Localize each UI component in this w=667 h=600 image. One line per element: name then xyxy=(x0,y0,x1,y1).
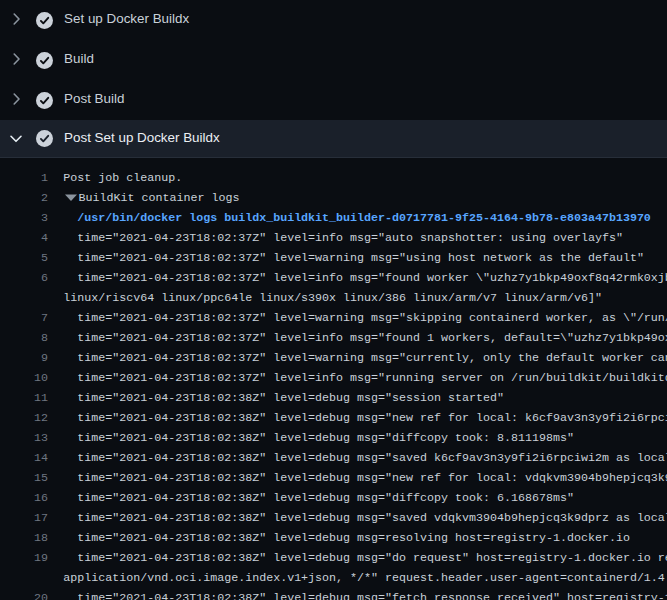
line-number[interactable]: 7 xyxy=(0,308,48,328)
line-number[interactable]: 16 xyxy=(0,488,48,508)
log-line: 12 time="2021-04-23T18:02:38Z" level=deb… xyxy=(0,408,667,428)
log-line: 6 time="2021-04-23T18:02:37Z" level=info… xyxy=(0,268,667,288)
line-number[interactable]: 1 xyxy=(0,168,48,188)
log-line: 8 time="2021-04-23T18:02:37Z" level=info… xyxy=(0,328,667,348)
group-toggle-icon[interactable] xyxy=(64,192,78,202)
log-text: application/vnd.oci.image.index.v1+json,… xyxy=(63,568,667,588)
log-text: time="2021-04-23T18:02:38Z" level=debug … xyxy=(63,508,667,528)
line-number[interactable]: 12 xyxy=(0,408,48,428)
line-number[interactable]: 11 xyxy=(0,388,48,408)
line-number[interactable] xyxy=(0,288,48,308)
log-line: linux/riscv64 linux/ppc64le linux/s390x … xyxy=(0,288,667,308)
check-circle-icon xyxy=(36,12,53,29)
line-number[interactable]: 2 xyxy=(0,188,48,208)
log-text: time="2021-04-23T18:02:37Z" level=warnin… xyxy=(63,308,667,328)
log-text: time="2021-04-23T18:02:37Z" level=info m… xyxy=(63,268,667,288)
log-text: time="2021-04-23T18:02:37Z" level=warnin… xyxy=(63,348,667,368)
log-line: 5 time="2021-04-23T18:02:37Z" level=warn… xyxy=(0,248,667,268)
log-text: time="2021-04-23T18:02:37Z" level=info m… xyxy=(63,368,667,388)
step-row[interactable]: Post Build xyxy=(0,80,667,120)
log-text: BuildKit container logs xyxy=(63,188,239,208)
steps-list: Set up Docker BuildxBuildPost BuildPost … xyxy=(0,0,667,158)
line-number[interactable]: 13 xyxy=(0,428,48,448)
step-label: Post Build xyxy=(64,91,124,106)
check-circle-icon xyxy=(36,92,53,109)
line-number[interactable]: 15 xyxy=(0,468,48,488)
log-text: time="2021-04-23T18:02:37Z" level=info m… xyxy=(63,328,667,348)
log-line: 9 time="2021-04-23T18:02:37Z" level=warn… xyxy=(0,348,667,368)
log-line: 1Post job cleanup. xyxy=(0,168,667,188)
log-text: /usr/bin/docker logs buildx_buildkit_bui… xyxy=(63,208,651,228)
log-line: application/vnd.oci.image.index.v1+json,… xyxy=(0,568,667,588)
log-line: 16 time="2021-04-23T18:02:38Z" level=deb… xyxy=(0,488,667,508)
line-number[interactable]: 9 xyxy=(0,348,48,368)
chevron-down-icon[interactable] xyxy=(8,131,24,147)
log-text: time="2021-04-23T18:02:38Z" level=debug … xyxy=(63,448,667,468)
log-line: 11 time="2021-04-23T18:02:38Z" level=deb… xyxy=(0,388,667,408)
log-text: time="2021-04-23T18:02:37Z" level=info m… xyxy=(63,228,623,248)
log-text: time="2021-04-23T18:02:38Z" level=debug … xyxy=(63,428,574,448)
line-number[interactable]: 3 xyxy=(0,208,48,228)
log-text: Post job cleanup. xyxy=(63,168,182,188)
line-number[interactable]: 6 xyxy=(0,268,48,288)
step-row[interactable]: Set up Docker Buildx xyxy=(0,0,667,40)
log-text: time="2021-04-23T18:02:38Z" level=debug … xyxy=(63,488,574,508)
log-text: time="2021-04-23T18:02:37Z" level=warnin… xyxy=(63,248,644,268)
log-line: 3 /usr/bin/docker logs buildx_buildkit_b… xyxy=(0,208,667,228)
log-line: 14 time="2021-04-23T18:02:38Z" level=deb… xyxy=(0,448,667,468)
log-text: linux/riscv64 linux/ppc64le linux/s390x … xyxy=(63,288,602,308)
log-text: time="2021-04-23T18:02:38Z" level=debug … xyxy=(63,588,667,600)
line-number[interactable]: 17 xyxy=(0,508,48,528)
log-line: 17 time="2021-04-23T18:02:38Z" level=deb… xyxy=(0,508,667,528)
log-line: 18 time="2021-04-23T18:02:38Z" level=deb… xyxy=(0,528,667,548)
line-number[interactable]: 19 xyxy=(0,548,48,568)
log-text: time="2021-04-23T18:02:38Z" level=debug … xyxy=(63,548,667,568)
line-number[interactable]: 14 xyxy=(0,448,48,468)
line-number[interactable] xyxy=(0,568,48,588)
log-area: 1Post job cleanup.2BuildKit container lo… xyxy=(0,158,667,600)
line-number[interactable]: 4 xyxy=(0,228,48,248)
step-row[interactable]: Post Set up Docker Buildx xyxy=(0,120,667,158)
log-text: time="2021-04-23T18:02:38Z" level=debug … xyxy=(63,388,504,408)
line-number[interactable]: 8 xyxy=(0,328,48,348)
log-line: 20 time="2021-04-23T18:02:38Z" level=deb… xyxy=(0,588,667,600)
step-row[interactable]: Build xyxy=(0,40,667,80)
log-text: time="2021-04-23T18:02:38Z" level=debug … xyxy=(63,408,667,428)
log-line: 15 time="2021-04-23T18:02:38Z" level=deb… xyxy=(0,468,667,488)
check-circle-icon xyxy=(36,130,53,147)
step-label: Build xyxy=(64,51,94,66)
step-label: Set up Docker Buildx xyxy=(64,11,189,26)
log-line: 2BuildKit container logs xyxy=(0,188,667,208)
chevron-right-icon[interactable] xyxy=(9,11,25,27)
log-line: 19 time="2021-04-23T18:02:38Z" level=deb… xyxy=(0,548,667,568)
log-line: 13 time="2021-04-23T18:02:38Z" level=deb… xyxy=(0,428,667,448)
line-number[interactable]: 5 xyxy=(0,248,48,268)
line-number[interactable]: 20 xyxy=(0,588,48,600)
step-label: Post Set up Docker Buildx xyxy=(64,130,220,145)
log-line: 10 time="2021-04-23T18:02:37Z" level=inf… xyxy=(0,368,667,388)
chevron-right-icon[interactable] xyxy=(9,91,25,107)
line-number[interactable]: 18 xyxy=(0,528,48,548)
chevron-right-icon[interactable] xyxy=(9,51,25,67)
check-circle-icon xyxy=(36,52,53,69)
log-line: 7 time="2021-04-23T18:02:37Z" level=warn… xyxy=(0,308,667,328)
log-text: time="2021-04-23T18:02:38Z" level=debug … xyxy=(63,528,630,548)
log-text: time="2021-04-23T18:02:38Z" level=debug … xyxy=(63,468,667,488)
actions-log-viewer: Set up Docker BuildxBuildPost BuildPost … xyxy=(0,0,667,600)
line-number[interactable]: 10 xyxy=(0,368,48,388)
log-line: 4 time="2021-04-23T18:02:37Z" level=info… xyxy=(0,228,667,248)
